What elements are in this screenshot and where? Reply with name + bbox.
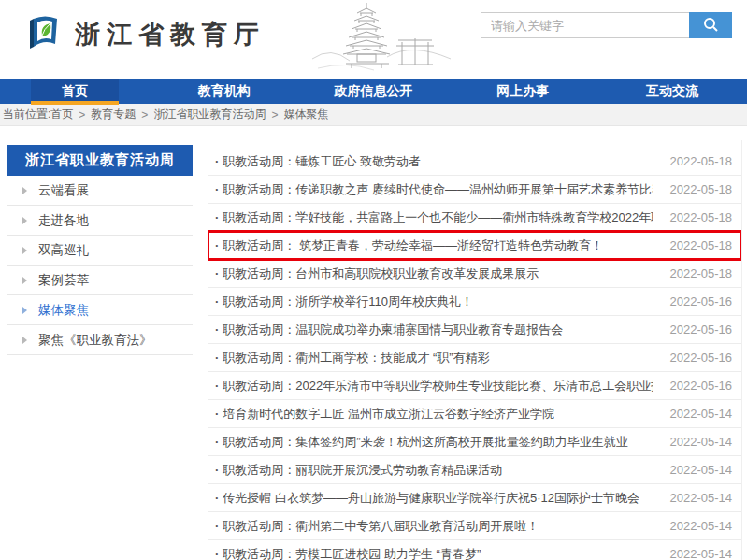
news-item: 传光授帽 白衣筑梦——舟山旅游与健康职业学院举行庆祝5·12国际护士节晚会 20… (208, 484, 741, 512)
news-item-date: 2022-05-18 (670, 154, 733, 168)
news-item: 职教活动周：2022年乐清市中等职业学校师生专业技能比赛、乐清市总工会职业技术学… (208, 372, 741, 400)
sidebar-item[interactable]: 走进各地 (7, 206, 193, 236)
news-item: 职教活动周：劳模工匠进校园 助力学生 “青春梦” 2022-05-14 (208, 540, 741, 560)
book-leaf-logo-icon (24, 14, 62, 55)
nav-cell: 教育机构 (150, 79, 299, 104)
news-item-date: 2022-05-16 (670, 351, 733, 365)
breadcrumb-prefix: 当前位置: (3, 107, 50, 122)
sidebar-item-label: 云端看展 (38, 182, 89, 199)
nav-cell: 首页 (0, 79, 150, 104)
nav-tab[interactable]: 政府信息公开 (303, 79, 443, 104)
news-item-title[interactable]: 职教活动周：2022年乐清市中等职业学校师生专业技能比赛、乐清市总工会职业技术学… (215, 378, 653, 395)
sidebar-item-label: 媒体聚焦 (38, 302, 89, 319)
news-item-date: 2022-05-18 (670, 266, 733, 280)
news-item: 职教活动周：浙所学校举行110周年校庆典礼！ 2022-05-16 (208, 288, 741, 316)
news-item-date: 2022-05-18 (670, 182, 733, 196)
news-item-title[interactable]: 职教活动周：集体签约周”来袭！杭州这所高校开展批量签约助力毕业生就业 (215, 434, 628, 451)
news-item-date: 2022-05-14 (670, 463, 733, 477)
breadcrumb-separator: > (271, 108, 278, 122)
sidebar-item[interactable]: 案例荟萃 (7, 266, 193, 295)
chevron-right-icon (22, 307, 27, 314)
search-input[interactable] (481, 12, 689, 38)
news-item-title[interactable]: 职教活动周：丽职院开展沉浸式劳动教育精品课活动 (215, 462, 502, 479)
breadcrumb-item[interactable]: 教育专题 (91, 107, 136, 122)
news-item-title[interactable]: 职教活动周：衢州工商学校：技能成才 “职”有精彩 (215, 350, 490, 366)
chevron-right-icon (22, 217, 27, 224)
news-item-title[interactable]: 职教活动周：学好技能，共富路上一个也不能少——衢州市特殊教育学校2022年职业教… (215, 209, 653, 226)
breadcrumb-item[interactable]: 媒体聚焦 (283, 107, 328, 122)
news-item-date: 2022-05-16 (670, 294, 733, 309)
news-item-date: 2022-05-14 (670, 547, 733, 560)
sidebar-item-label: 案例荟萃 (38, 272, 89, 289)
news-item-title[interactable]: 职教活动周：锤炼工匠心 致敬劳动者 (215, 153, 421, 170)
news-item-title[interactable]: 传光授帽 白衣筑梦——舟山旅游与健康职业学院举行庆祝5·12国际护士节晚会 (215, 490, 639, 507)
nav-tab-label: 网上办事 (496, 83, 549, 100)
nav-cell: 互动交流 (597, 79, 747, 104)
news-item-title[interactable]: 职教活动周：传递职教之声 赓续时代使命——温州幼师开展第十届艺术素养节比赛暨职业… (215, 181, 653, 198)
news-list: 职教活动周：锤炼工匠心 致敬劳动者 2022-05-18 职教活动周：传递职教之… (208, 140, 742, 560)
sidebar-item[interactable]: 云端看展 (7, 176, 193, 206)
nav-tab[interactable]: 首页 (31, 79, 119, 104)
news-item-date: 2022-05-14 (670, 491, 733, 505)
news-item: 职教活动周： 筑梦正青春，劳动绘幸福——浙经贸打造特色劳动教育！ 2022-05… (208, 232, 741, 260)
news-item-date: 2022-05-14 (670, 519, 733, 533)
nav-tab-label: 教育机构 (198, 83, 251, 100)
nav-tab[interactable]: 教育机构 (167, 79, 281, 104)
site-logo[interactable]: 浙江省教育厅 (24, 14, 266, 55)
news-item: 职教活动周：学好技能，共富路上一个也不能少——衢州市特殊教育学校2022年职业教… (208, 204, 741, 232)
nav-cell: 网上办事 (448, 79, 597, 104)
news-item-title[interactable]: 职教活动周：温职院成功举办柬埔寨国情与职业教育专题报告会 (215, 322, 563, 338)
news-item-date: 2022-05-16 (670, 323, 733, 337)
news-item: 职教活动周：温职院成功举办柬埔寨国情与职业教育专题报告会 2022-05-16 (208, 316, 741, 344)
main-nav: 首页 教育机构 政府信息公开 网上办事 互动交流 (0, 79, 747, 104)
news-item: 职教活动周：衢州第二中专第八届职业教育活动周开展啦！ 2022-05-14 (208, 512, 741, 540)
sidebar-item[interactable]: 聚焦《职业教育法》 (7, 325, 193, 355)
nav-tab[interactable]: 互动交流 (615, 79, 729, 104)
sidebar-item[interactable]: 双高巡礼 (7, 236, 193, 266)
news-item-date: 2022-05-14 (670, 435, 733, 449)
sidebar-item[interactable]: 媒体聚焦 (7, 295, 193, 325)
news-item-date: 2022-05-16 (670, 379, 733, 393)
sidebar-title: 浙江省职业教育活动周 (7, 145, 193, 176)
sidebar-item-label: 走进各地 (38, 212, 89, 229)
news-item: 职教活动周：衢州工商学校：技能成才 “职”有精彩 2022-05-16 (208, 344, 741, 372)
news-item-title[interactable]: 培育新时代的数字工匠 温州市成立浙江云谷数字经济产业学院 (215, 406, 554, 423)
news-item-title[interactable]: 职教活动周：劳模工匠进校园 助力学生 “青春梦” (215, 546, 481, 560)
breadcrumb: 当前位置: 首页>教育专题>浙江省职业教育活动周>媒体聚焦 (0, 104, 747, 126)
nav-cell: 政府信息公开 (299, 79, 449, 104)
news-item: 职教活动周：丽职院开展沉浸式劳动教育精品课活动 2022-05-14 (208, 456, 741, 484)
nav-tab-label: 政府信息公开 (334, 83, 412, 100)
news-item-date: 2022-05-18 (670, 210, 733, 224)
breadcrumb-item[interactable]: 浙江省职业教育活动周 (153, 107, 266, 122)
search-bar (481, 12, 732, 38)
news-item: 职教活动周：集体签约周”来袭！杭州这所高校开展批量签约助力毕业生就业 2022-… (208, 428, 741, 456)
chevron-right-icon (22, 277, 27, 284)
search-icon (702, 16, 719, 36)
site-header: 浙江省教育厅 (0, 0, 747, 79)
breadcrumb-separator: > (79, 108, 85, 122)
news-item-title[interactable]: 职教活动周： 筑梦正青春，劳动绘幸福——浙经贸打造特色劳动教育！ (215, 237, 603, 254)
news-item: 职教活动周：台州市和高职院校职业教育改革发展成果展示 2022-05-18 (208, 260, 741, 288)
pagoda-illustration (309, 1, 458, 81)
nav-tab-label: 首页 (62, 83, 88, 100)
sidebar-item-label: 聚焦《职业教育法》 (38, 332, 152, 349)
news-item-date: 2022-05-18 (670, 238, 733, 252)
site-title: 浙江省教育厅 (75, 18, 266, 51)
nav-tab-label: 互动交流 (646, 83, 698, 100)
search-button[interactable] (689, 12, 732, 38)
sidebar: 浙江省职业教育活动周 云端看展 走进各地 双高巡礼 案例荟萃 媒体聚焦 聚焦《职… (7, 145, 193, 355)
chevron-right-icon (22, 187, 27, 194)
news-item: 职教活动周：锤炼工匠心 致敬劳动者 2022-05-18 (208, 148, 741, 176)
news-item: 培育新时代的数字工匠 温州市成立浙江云谷数字经济产业学院 2022-05-14 (208, 400, 741, 428)
news-item-title[interactable]: 职教活动周：台州市和高职院校职业教育改革发展成果展示 (215, 266, 539, 282)
sidebar-item-label: 双高巡礼 (38, 242, 89, 259)
breadcrumb-item[interactable]: 首页 (50, 107, 73, 122)
chevron-right-icon (22, 247, 27, 254)
news-item-date: 2022-05-14 (670, 407, 733, 421)
news-item-title[interactable]: 职教活动周：衢州第二中专第八届职业教育活动周开展啦！ (215, 518, 539, 535)
news-item-title[interactable]: 职教活动周：浙所学校举行110周年校庆典礼！ (215, 294, 473, 310)
nav-tab[interactable]: 网上办事 (466, 79, 580, 104)
breadcrumb-separator: > (141, 108, 148, 122)
chevron-right-icon (22, 337, 27, 344)
news-item: 职教活动周：传递职教之声 赓续时代使命——温州幼师开展第十届艺术素养节比赛暨职业… (208, 176, 741, 204)
